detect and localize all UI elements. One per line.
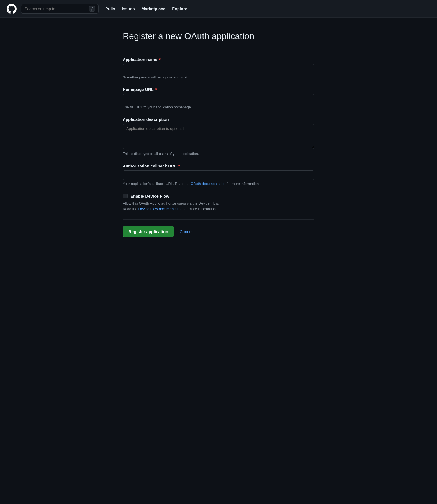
app-name-input[interactable]	[123, 64, 314, 73]
search-input[interactable]	[25, 7, 87, 11]
search-shortcut-key: /	[89, 6, 95, 12]
main-content: Register a new OAuth application Applica…	[116, 18, 321, 259]
header: / Pulls Issues Marketplace Explore	[0, 0, 437, 18]
device-flow-hint: Allow this OAuth App to authorize users …	[123, 201, 314, 212]
app-name-label: Application name *	[123, 57, 314, 62]
device-flow-label[interactable]: Enable Device Flow	[130, 194, 169, 198]
device-flow-checkbox-row: Enable Device Flow	[123, 194, 314, 198]
homepage-url-input[interactable]	[123, 94, 314, 103]
github-logo-icon[interactable]	[7, 4, 17, 14]
app-name-group: Application name * Something users will …	[123, 57, 314, 79]
homepage-url-label: Homepage URL *	[123, 87, 314, 92]
cancel-button[interactable]: Cancel	[178, 226, 194, 237]
homepage-url-hint: The full URL to your application homepag…	[123, 105, 314, 109]
app-name-required-star: *	[159, 57, 161, 62]
nav-issues[interactable]: Issues	[122, 6, 135, 11]
nav-pulls[interactable]: Pulls	[105, 6, 115, 11]
callback-url-group: Authorization callback URL * Your applic…	[123, 164, 314, 186]
device-flow-checkbox[interactable]	[123, 194, 128, 198]
form-actions: Register application Cancel	[123, 226, 314, 237]
search-bar[interactable]: /	[21, 4, 99, 14]
app-description-label: Application description	[123, 117, 314, 122]
callback-url-input[interactable]	[123, 170, 314, 180]
homepage-url-required-star: *	[155, 87, 157, 92]
device-flow-docs-link[interactable]: Device Flow documentation	[138, 207, 182, 211]
app-name-hint: Something users will recognize and trust…	[123, 75, 314, 79]
app-description-hint: This is displayed to all users of your a…	[123, 152, 314, 156]
page-title: Register a new OAuth application	[123, 31, 314, 41]
app-description-group: Application description This is displaye…	[123, 117, 314, 156]
callback-url-required-star: *	[178, 164, 180, 168]
homepage-url-group: Homepage URL * The full URL to your appl…	[123, 87, 314, 109]
nav-marketplace[interactable]: Marketplace	[142, 6, 166, 11]
oauth-docs-link[interactable]: OAuth documentation	[191, 182, 226, 186]
callback-url-label: Authorization callback URL *	[123, 164, 314, 168]
footer-divider	[123, 219, 314, 220]
register-application-button[interactable]: Register application	[123, 226, 174, 237]
oauth-registration-form: Application name * Something users will …	[123, 57, 314, 237]
nav-explore[interactable]: Explore	[172, 6, 187, 11]
app-description-textarea[interactable]	[123, 124, 314, 149]
header-nav: Pulls Issues Marketplace Explore	[105, 6, 187, 11]
title-divider	[123, 48, 314, 48]
callback-url-hint: Your application's callback URL. Read ou…	[123, 182, 314, 186]
device-flow-group: Enable Device Flow Allow this OAuth App …	[123, 194, 314, 212]
